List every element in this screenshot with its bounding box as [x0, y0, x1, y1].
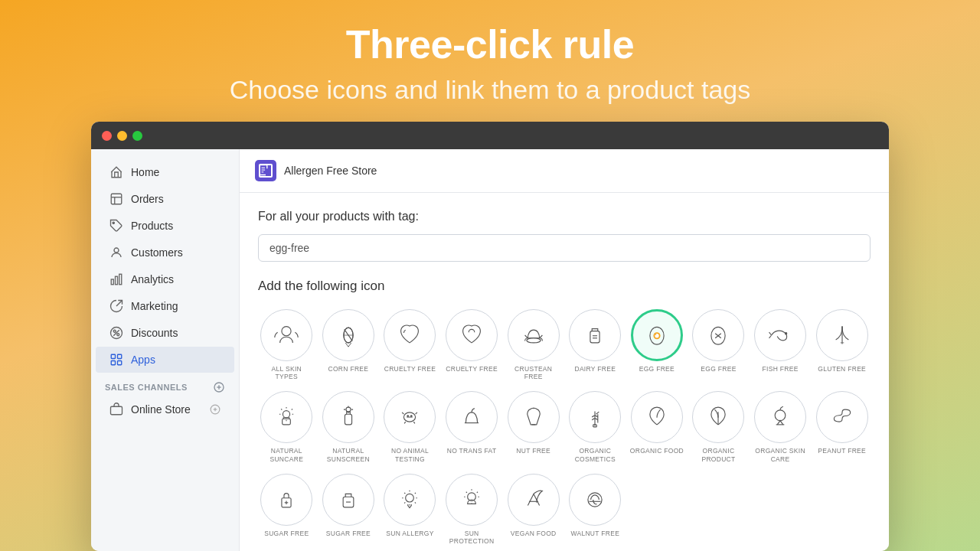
minimize-button[interactable] [117, 131, 127, 141]
icon-label: PEANUT FREE [818, 447, 866, 455]
icon-circle [260, 309, 312, 361]
sidebar-item-label: Discounts [131, 327, 178, 339]
tag-section-label: For all your products with tag: [258, 210, 871, 223]
icon-item-fish-free[interactable]: FISH FREE [752, 306, 809, 383]
sidebar-item-online-store[interactable]: Online Store [96, 397, 234, 422]
icon-item-organic-skin-care[interactable]: ORGANIC SKIN CARE [752, 388, 809, 465]
icon-circle [384, 391, 436, 443]
icon-label: ALL SKIN TYPES [260, 365, 314, 380]
icon-item-all-skin-types[interactable]: ALL SKIN TYPES [258, 306, 315, 383]
icon-item-dairy-free[interactable]: DAIRY FREE [567, 306, 624, 383]
icon-circle [754, 309, 806, 361]
icon-item-sun-protection[interactable]: SUN PROTECTION [443, 471, 501, 548]
sidebar-item-products[interactable]: Products [96, 213, 234, 239]
icon-circle [692, 309, 744, 361]
svg-line-54 [596, 412, 599, 415]
svg-point-27 [282, 327, 291, 336]
icon-item-cruelty-free-2[interactable]: CRUELTY FREE [443, 306, 501, 383]
svg-point-47 [407, 416, 409, 417]
icon-circle [754, 391, 806, 443]
sidebar-item-customers[interactable]: Customers [96, 240, 234, 266]
expand-icon[interactable] [210, 404, 220, 415]
icon-item-nut-free[interactable]: NUT FREE [505, 388, 562, 465]
icon-item-natural-sunscreen[interactable]: NATURAL SUNSCREEN [320, 388, 377, 465]
icon-item-egg-free-2[interactable]: EGG FREE [690, 306, 747, 383]
sidebar-item-label: Apps [131, 354, 155, 366]
svg-rect-13 [111, 361, 115, 365]
icon-label: GLUTEN FREE [818, 365, 866, 373]
icon-label: SUN PROTECTION [445, 530, 499, 545]
icon-label: ORGANIC PRODUCT [691, 447, 746, 462]
products-icon [109, 219, 123, 233]
icon-item-sugar-free-2[interactable]: SUGAR FREE [320, 471, 377, 548]
customers-icon [109, 246, 123, 259]
svg-rect-22 [260, 165, 267, 175]
icon-label: ORGANIC SKIN CARE [753, 447, 808, 462]
icon-circle [692, 391, 744, 443]
close-button[interactable] [102, 131, 112, 141]
sidebar-item-home[interactable]: Home [96, 159, 234, 185]
icon-item-sugar-free-1[interactable]: SUGAR FREE [258, 471, 315, 548]
hero-subtitle: Choose icons and link them to a product … [230, 75, 750, 105]
icon-label: NO ANIMAL TESTING [383, 447, 437, 462]
icon-label: CRUELTY FREE [384, 365, 436, 373]
add-sales-channel-icon[interactable] [213, 381, 225, 393]
sidebar-item-discounts[interactable]: Discounts [96, 320, 234, 346]
store-header: Allergen Free Store [240, 149, 889, 193]
sidebar-item-analytics[interactable]: Analytics [96, 266, 234, 292]
icon-circle [322, 309, 374, 361]
icons-grid: ALL SKIN TYPES CORN FREE C [258, 306, 871, 548]
icon-item-natural-suncare[interactable]: NATURAL SUNCARE [258, 388, 315, 465]
icon-circle [384, 309, 436, 361]
hero-title: Three-click rule [346, 21, 634, 67]
marketing-icon [109, 299, 123, 313]
sidebar-item-label: Customers [131, 246, 183, 259]
icon-circle [322, 474, 374, 526]
icon-item-crustean-free[interactable]: CRUSTEAN FREE [505, 306, 562, 383]
sidebar-item-apps[interactable]: Apps [96, 347, 234, 373]
icon-label: ORGANIC FOOD [630, 447, 684, 455]
svg-line-10 [113, 330, 119, 336]
store-name: Allergen Free Store [284, 165, 377, 177]
icon-item-organic-food[interactable]: ORGANIC FOOD [629, 388, 686, 465]
icon-circle [569, 474, 621, 526]
sidebar-item-marketing[interactable]: Marketing [96, 293, 234, 319]
icon-item-peanut-free[interactable]: PEANUT FREE [813, 388, 871, 465]
svg-rect-7 [119, 274, 122, 285]
icon-label: CORN FREE [328, 365, 369, 373]
store-logo-icon [257, 162, 274, 179]
icon-label: FISH FREE [763, 365, 799, 373]
sidebar-item-orders[interactable]: Orders [96, 186, 234, 212]
svg-rect-14 [118, 361, 122, 365]
svg-rect-32 [590, 331, 599, 343]
svg-point-40 [786, 333, 787, 334]
icon-item-gluten-free[interactable]: GLUTEN FREE [813, 306, 871, 383]
icon-circle [446, 474, 498, 526]
icon-label: EGG FREE [639, 365, 675, 373]
main-content: Allergen Free Store For all your product… [240, 149, 889, 551]
icon-item-corn-free[interactable]: CORN FREE [320, 306, 377, 383]
svg-rect-26 [266, 168, 272, 176]
svg-point-55 [775, 410, 786, 421]
icon-label: WALNUT FREE [570, 530, 619, 537]
icon-item-vegan-food[interactable]: VEGAN FOOD [505, 471, 562, 548]
icon-label: NATURAL SUNSCREEN [322, 447, 376, 462]
icon-item-no-animal-testing[interactable]: NO ANIMAL TESTING [381, 388, 439, 465]
icon-item-egg-free-selected[interactable]: EGG FREE [629, 306, 686, 383]
sidebar-item-label: Marketing [131, 300, 178, 312]
icon-item-sun-allergy[interactable]: SUN ALLERGY [381, 471, 439, 548]
icon-item-cruelty-free-1[interactable]: CRUELTY FREE [381, 306, 439, 383]
svg-rect-12 [118, 354, 122, 358]
icon-item-no-trans-fat[interactable]: NO TRANS FAT [443, 388, 501, 465]
icon-item-organic-cosmetics[interactable]: ORGANIC COSMETICS [567, 388, 624, 465]
home-icon [109, 165, 123, 179]
svg-point-9 [117, 334, 119, 336]
svg-point-3 [113, 222, 114, 223]
discounts-icon [109, 326, 123, 340]
sidebar-item-label: Home [131, 166, 159, 178]
icon-item-walnut-free[interactable]: WALNUT FREE [567, 471, 624, 548]
online-store-left: Online Store [109, 403, 191, 416]
tag-input[interactable] [258, 234, 871, 262]
maximize-button[interactable] [132, 131, 142, 141]
icon-item-organic-product[interactable]: ORGANIC PRODUCT [690, 388, 747, 465]
